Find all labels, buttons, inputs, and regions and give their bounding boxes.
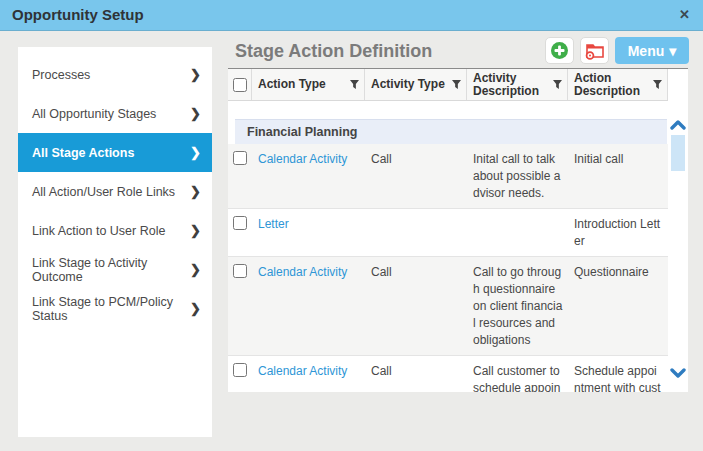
- cell-action-description: Schedule appointment with customer to di…: [568, 356, 668, 392]
- sidebar-item-link-stage-to-pcm-policy-status[interactable]: Link Stage to PCM/Policy Status ❯: [18, 289, 212, 328]
- cell-activity-type: [365, 209, 467, 256]
- menu-button-label: Menu: [628, 43, 665, 59]
- process-folder-button[interactable]: [580, 37, 609, 64]
- row-checkbox[interactable]: [233, 151, 247, 165]
- table-row[interactable]: Calendar Activity Call Call to go throug…: [228, 257, 668, 356]
- folder-settings-icon: [585, 42, 605, 60]
- chevron-right-icon: ❯: [190, 223, 201, 238]
- grid-gap: [228, 101, 688, 119]
- row-select-cell: [228, 257, 252, 355]
- sidebar-item-label: Link Stage to Activity Outcome: [32, 256, 190, 284]
- dialog-titlebar: Opportunity Setup ✕: [0, 0, 703, 31]
- sidebar-item-all-opportunity-stages[interactable]: All Opportunity Stages ❯: [18, 94, 212, 133]
- sidebar-item-all-action-user-role-links[interactable]: All Action/User Role Links ❯: [18, 172, 212, 211]
- column-header-label: Action Type: [258, 78, 350, 91]
- cell-activity-description: [467, 209, 568, 256]
- chevron-right-icon: ❯: [190, 145, 201, 160]
- cell-action-type: Calendar Activity: [252, 144, 365, 208]
- filter-icon[interactable]: [553, 80, 562, 89]
- row-checkbox[interactable]: [233, 363, 247, 377]
- dialog-title: Opportunity Setup: [12, 6, 144, 23]
- filter-icon[interactable]: [452, 80, 461, 89]
- cell-action-description: Introduction Letter: [568, 209, 668, 256]
- cell-action-type: Calendar Activity: [252, 257, 365, 355]
- cell-activity-description: Call to go through questionnaire on clie…: [467, 257, 568, 355]
- grid-header-row: Action Type Activity Type Activity Descr…: [228, 69, 668, 101]
- sidebar-item-label: All Opportunity Stages: [32, 107, 156, 121]
- opportunity-setup-dialog: Opportunity Setup ✕ Processes ❯ All Oppo…: [0, 0, 703, 451]
- menu-button[interactable]: Menu ▾: [615, 37, 689, 64]
- sidebar-item-link-stage-to-activity-outcome[interactable]: Link Stage to Activity Outcome ❯: [18, 250, 212, 289]
- select-all-cell: [228, 69, 252, 100]
- chevron-right-icon: ❯: [190, 67, 201, 82]
- sidebar-item-processes[interactable]: Processes ❯: [18, 55, 212, 94]
- cell-activity-description: Call customer to schedule appointment wi…: [467, 356, 568, 392]
- table-row[interactable]: Calendar Activity Call Call customer to …: [228, 356, 668, 392]
- filter-icon[interactable]: [653, 80, 662, 89]
- cell-action-description: Questionnaire: [568, 257, 668, 355]
- sidebar-item-link-action-to-user-role[interactable]: Link Action to User Role ❯: [18, 211, 212, 250]
- action-type-link[interactable]: Calendar Activity: [258, 265, 347, 279]
- table-row[interactable]: Letter Introduction Letter: [228, 209, 668, 257]
- sidebar-item-label: All Stage Actions: [32, 146, 134, 160]
- add-button[interactable]: [545, 37, 574, 64]
- toolbar: Menu ▾: [545, 37, 689, 64]
- row-select-cell: [228, 144, 252, 208]
- chevron-up-icon: [670, 119, 686, 131]
- chevron-right-icon: ❯: [190, 184, 201, 199]
- scroll-up-button[interactable]: [670, 119, 686, 131]
- sidebar-item-label: Link Stage to PCM/Policy Status: [32, 295, 190, 323]
- group-header-financial-planning[interactable]: Financial Planning: [235, 119, 667, 144]
- column-header-action-type[interactable]: Action Type: [252, 69, 365, 100]
- sidebar-item-label: All Action/User Role Links: [32, 185, 175, 199]
- stage-actions-grid: Action Type Activity Type Activity Descr…: [228, 68, 688, 392]
- action-type-link[interactable]: Calendar Activity: [258, 152, 347, 166]
- scrollbar-thumb[interactable]: [671, 135, 685, 171]
- chevron-right-icon: ❯: [190, 262, 201, 277]
- sidebar-item-label: Processes: [32, 68, 90, 82]
- cell-action-type: Calendar Activity: [252, 356, 365, 392]
- column-header-label: Activity Description: [473, 72, 553, 98]
- table-row[interactable]: Calendar Activity Call Inital call to ta…: [228, 144, 668, 209]
- setup-sidebar: Processes ❯ All Opportunity Stages ❯ All…: [18, 47, 212, 437]
- row-checkbox[interactable]: [233, 216, 247, 230]
- column-header-action-description[interactable]: Action Description: [568, 69, 668, 100]
- action-type-link[interactable]: Calendar Activity: [258, 364, 347, 378]
- sidebar-item-label: Link Action to User Role: [32, 224, 165, 238]
- add-plus-icon: [550, 41, 569, 60]
- chevron-down-icon: [670, 367, 686, 379]
- select-all-checkbox[interactable]: [233, 78, 247, 92]
- column-header-label: Action Description: [574, 72, 653, 98]
- vertical-scrollbar[interactable]: [668, 119, 688, 392]
- chevron-right-icon: ❯: [190, 301, 201, 316]
- row-select-cell: [228, 209, 252, 256]
- column-header-label: Activity Type: [371, 78, 452, 91]
- column-header-activity-type[interactable]: Activity Type: [365, 69, 467, 100]
- cell-action-description: Initial call: [568, 144, 668, 208]
- chevron-right-icon: ❯: [190, 106, 201, 121]
- sidebar-item-all-stage-actions[interactable]: All Stage Actions ❯: [18, 133, 212, 172]
- cell-action-type: Letter: [252, 209, 365, 256]
- column-header-activity-description[interactable]: Activity Description: [467, 69, 568, 100]
- cell-activity-type: Call: [365, 144, 467, 208]
- caret-down-icon: ▾: [669, 43, 676, 59]
- filter-icon[interactable]: [350, 80, 359, 89]
- cell-activity-description: Inital call to talk about possible advis…: [467, 144, 568, 208]
- action-type-link[interactable]: Letter: [258, 217, 289, 231]
- cell-activity-type: Call: [365, 257, 467, 355]
- close-icon[interactable]: ✕: [679, 7, 690, 22]
- cell-activity-type: Call: [365, 356, 467, 392]
- row-checkbox[interactable]: [233, 264, 247, 278]
- page-title: Stage Action Definition: [235, 41, 432, 62]
- row-select-cell: [228, 356, 252, 392]
- sidebar-spacer: [18, 47, 212, 55]
- scroll-down-button[interactable]: [670, 367, 686, 379]
